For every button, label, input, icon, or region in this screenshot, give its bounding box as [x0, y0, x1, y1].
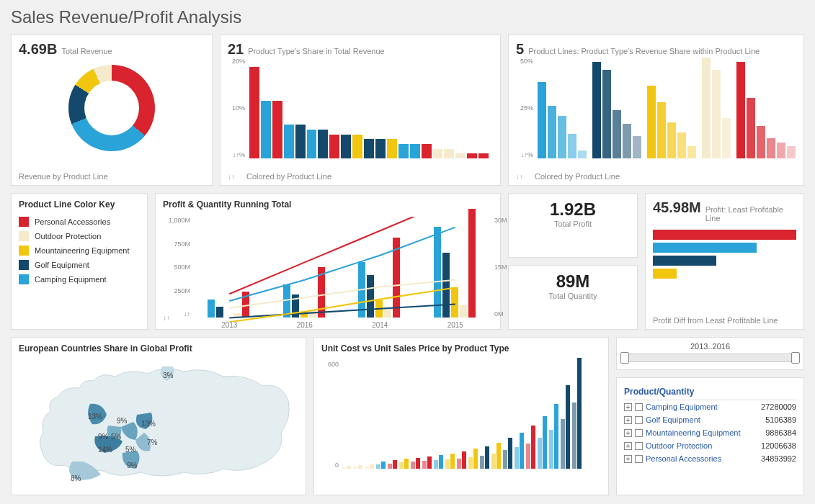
bar-cost[interactable]	[376, 464, 380, 469]
bar[interactable]	[468, 209, 476, 318]
checkbox[interactable]	[635, 403, 643, 411]
bar[interactable]	[558, 116, 566, 158]
bar[interactable]	[677, 132, 686, 158]
bar-price[interactable]	[427, 456, 432, 469]
bar-price[interactable]	[393, 460, 397, 469]
bar-cost[interactable]	[480, 456, 484, 469]
bar-cost[interactable]	[445, 459, 450, 469]
bar[interactable]	[300, 312, 308, 318]
bar-cost[interactable]	[399, 462, 404, 469]
bar-cost[interactable]	[411, 462, 415, 469]
hbar[interactable]	[653, 256, 716, 266]
bar[interactable]	[787, 146, 796, 158]
tree-row[interactable]: +Golf Equipment5106389	[624, 413, 796, 426]
bar-cost[interactable]	[561, 419, 565, 469]
bar[interactable]	[722, 118, 731, 158]
bar[interactable]	[364, 139, 374, 158]
product-lines-share-chart[interactable]: 50%25%↓↑%	[516, 58, 796, 158]
bar[interactable]	[623, 124, 631, 158]
checkbox[interactable]	[635, 429, 643, 437]
bar-price[interactable]	[566, 385, 570, 469]
bar[interactable]	[592, 62, 601, 158]
bar-cost[interactable]	[353, 467, 357, 469]
tree-row[interactable]: +Personal Accessories34893992	[624, 452, 796, 465]
bar[interactable]	[318, 130, 328, 158]
bar-price[interactable]	[531, 426, 535, 469]
bar[interactable]	[410, 144, 420, 158]
bar[interactable]	[667, 122, 676, 158]
bar-price[interactable]	[554, 404, 558, 469]
bar[interactable]	[434, 227, 441, 318]
bar[interactable]	[352, 135, 362, 159]
expand-icon[interactable]: +	[624, 403, 632, 411]
bar[interactable]	[375, 300, 383, 318]
bar[interactable]	[358, 262, 365, 318]
bar[interactable]	[647, 86, 656, 158]
donut-chart[interactable]	[68, 65, 155, 151]
bar[interactable]	[467, 153, 477, 158]
legend-item[interactable]: Camping Equipment	[19, 274, 140, 284]
slider-handle-left[interactable]	[620, 352, 629, 364]
bar[interactable]	[455, 153, 466, 158]
bar[interactable]	[261, 101, 271, 158]
sort-icon[interactable]: ↓↑	[228, 173, 235, 181]
bar-price[interactable]	[577, 358, 582, 469]
bar[interactable]	[387, 139, 397, 158]
bar[interactable]	[451, 287, 458, 318]
bar[interactable]	[767, 138, 775, 158]
bar-cost[interactable]	[572, 402, 576, 469]
map-chart[interactable]: 3%13%9%13%9%5%14%5%7%9%8%	[19, 361, 298, 483]
bar[interactable]	[568, 134, 576, 158]
year-slider[interactable]	[623, 354, 798, 362]
product-type-share-chart[interactable]: 20%10%↓↑%	[228, 58, 493, 158]
hbar[interactable]	[653, 243, 757, 253]
bar-cost[interactable]	[515, 447, 519, 469]
bar-cost[interactable]	[503, 450, 507, 469]
bar-cost[interactable]	[468, 457, 473, 469]
hbar[interactable]	[653, 230, 796, 240]
bar-price[interactable]	[462, 451, 466, 469]
bar[interactable]	[249, 67, 259, 158]
tree-row[interactable]: +Camping Equipment27280009	[624, 400, 796, 413]
least-profitable-chart[interactable]	[653, 230, 796, 279]
bar-price[interactable]	[416, 458, 420, 469]
bar-price[interactable]	[508, 438, 512, 469]
bar[interactable]	[578, 150, 587, 158]
bar[interactable]	[702, 58, 711, 158]
bar-price[interactable]	[347, 466, 351, 469]
bar[interactable]	[233, 313, 241, 318]
bar[interactable]	[747, 98, 755, 158]
expand-icon[interactable]: +	[624, 442, 632, 450]
bar-cost[interactable]	[434, 460, 438, 469]
bar-cost[interactable]	[388, 464, 392, 469]
hbar[interactable]	[653, 269, 677, 279]
tree-row[interactable]: +Mountaineering Equipment9886384	[624, 426, 796, 439]
bar[interactable]	[736, 62, 745, 158]
bar[interactable]	[657, 102, 666, 158]
bar[interactable]	[384, 307, 391, 318]
bar[interactable]	[283, 284, 290, 318]
bar-cost[interactable]	[526, 444, 530, 469]
bar[interactable]	[687, 146, 696, 158]
bar-price[interactable]	[358, 465, 362, 469]
bar-price[interactable]	[473, 449, 478, 469]
bar-cost[interactable]	[365, 466, 369, 469]
bar[interactable]	[613, 110, 621, 158]
bar[interactable]	[757, 126, 765, 158]
bar[interactable]	[393, 238, 400, 318]
bar[interactable]	[329, 135, 339, 159]
bar[interactable]	[341, 135, 351, 159]
bar[interactable]	[712, 70, 721, 158]
legend-item[interactable]: Golf Equipment	[19, 260, 140, 270]
expand-icon[interactable]: +	[624, 429, 632, 437]
checkbox[interactable]	[635, 455, 643, 463]
bar-price[interactable]	[520, 433, 524, 469]
sort-icon[interactable]: ↓↑	[163, 314, 170, 322]
bar[interactable]	[460, 305, 467, 318]
bar[interactable]	[208, 300, 215, 318]
legend-item[interactable]: Personal Accessories	[19, 217, 140, 227]
bar[interactable]	[602, 70, 611, 158]
bar-price[interactable]	[496, 443, 501, 469]
bar[interactable]	[292, 294, 299, 318]
bar-cost[interactable]	[342, 467, 346, 469]
